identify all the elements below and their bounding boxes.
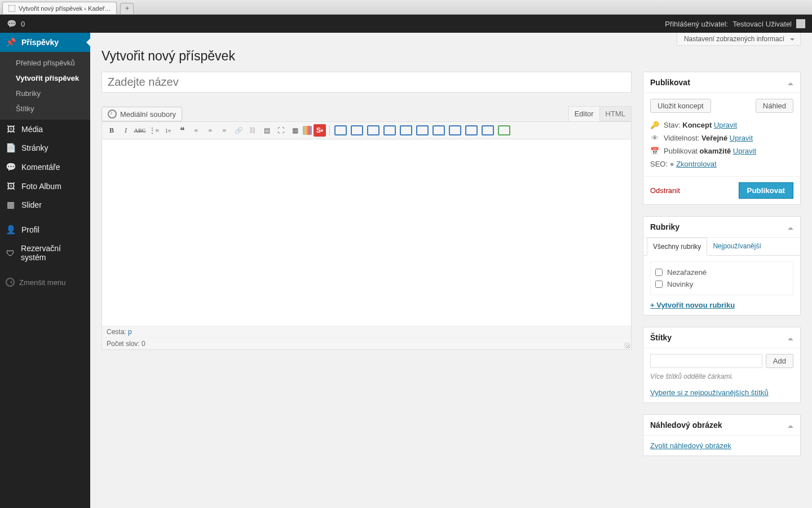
layout-7-button[interactable] [433, 125, 445, 135]
sidebar-item-profile[interactable]: 👤Profil [0, 220, 90, 239]
bold-button[interactable]: B [105, 124, 118, 137]
admin-bar: 0 Přihlášený uživatel: Testovací Uživate… [0, 15, 812, 33]
sidebar-item-slider[interactable]: ▦Slider [0, 195, 90, 214]
italic-button[interactable]: I [120, 124, 132, 137]
layout-4-button[interactable] [383, 125, 396, 135]
columns-button[interactable] [303, 126, 312, 135]
seo-label: SEO: [650, 160, 670, 168]
edit-visibility-link[interactable]: Upravit [730, 134, 753, 142]
numbered-list-button[interactable]: 1≡ [162, 124, 174, 137]
add-media-button[interactable]: Mediální soubory [102, 107, 182, 121]
screen-options-toggle[interactable]: Nastavení zobrazených informací [677, 33, 801, 46]
sidebar-item-photo-album[interactable]: 🖼Foto Album [0, 177, 90, 195]
strikethrough-button[interactable]: ABC [134, 124, 146, 137]
categories-tab-popular[interactable]: Nejpoužívanější [707, 238, 766, 255]
align-right-button[interactable]: ≡ [218, 124, 231, 137]
align-left-button[interactable]: ≡ [190, 124, 202, 137]
category-checkbox[interactable] [655, 269, 663, 276]
featured-image-box: Náhledový obrázek Zvolit náhledový obráz… [643, 414, 801, 456]
category-item[interactable]: Novinky [655, 278, 788, 290]
editor-path-bar: Cesta: p [102, 326, 631, 338]
toggle-box-icon[interactable] [788, 335, 793, 340]
media-icon: 🖼 [6, 124, 16, 134]
save-draft-button[interactable]: Uložit koncept [650, 99, 711, 113]
sidebar-label: Komentáře [21, 163, 60, 172]
post-title-input[interactable] [102, 72, 632, 93]
layout-9-button[interactable] [465, 125, 478, 135]
toggle-box-icon[interactable] [788, 80, 793, 85]
layout-3-button[interactable] [367, 125, 379, 135]
edit-schedule-link[interactable]: Upravit [733, 147, 756, 155]
sidebar-item-comments[interactable]: 💬Komentáře [0, 157, 90, 177]
link-button[interactable]: 🔗 [232, 124, 245, 137]
add-tag-button[interactable]: Add [766, 354, 793, 368]
comments-bubble-icon[interactable] [7, 19, 16, 28]
browser-tab[interactable]: Vytvořit nový příspěvek ‹ Kadeř… [2, 2, 117, 14]
toggle-box-icon[interactable] [788, 422, 793, 428]
path-value[interactable]: p [128, 328, 132, 336]
category-checklist: Nezařazené Novinky [650, 261, 793, 295]
calendar-icon: 📅 [650, 147, 659, 155]
edit-status-link[interactable]: Upravit [714, 121, 737, 129]
seo-dot-icon: ● [670, 160, 674, 168]
media-library-icon [108, 110, 117, 119]
submenu-tags[interactable]: Štítky [0, 101, 90, 116]
sidebar-item-reservation[interactable]: 🛡Rezervační systém [0, 239, 90, 266]
align-center-button[interactable]: ≡ [204, 124, 217, 137]
choose-popular-tags-link[interactable]: Vyberte si z nejpoužívanějších štítků [650, 388, 769, 397]
publish-button[interactable]: Publikovat [739, 182, 793, 199]
browser-tab-strip: Vytvořit nový příspěvek ‹ Kadeř… + [0, 0, 812, 15]
sidebar-item-pages[interactable]: 📄Stránky [0, 138, 90, 157]
blockquote-button[interactable]: ❝ [176, 124, 188, 137]
layout-8-button[interactable] [449, 125, 461, 135]
layout-6-button[interactable] [416, 125, 429, 135]
unlink-button[interactable]: ⛓ [246, 124, 259, 137]
tab-text[interactable]: HTML [600, 106, 632, 121]
submenu-new-post[interactable]: Vytvořit příspěvek [0, 71, 90, 86]
category-checkbox[interactable] [655, 281, 663, 288]
tags-box: Štítky Add Více štítků oddělte čárkami. … [643, 327, 801, 403]
sidebar-label: Foto Album [21, 182, 61, 191]
featured-image-box-title: Náhledový obrázek [650, 421, 722, 430]
publish-box: Publikovat Uložit koncept Náhled 🔑 Stav:… [643, 72, 801, 205]
submenu-categories[interactable]: Rubriky [0, 86, 90, 101]
categories-tab-all[interactable]: Všechny rubriky [647, 238, 707, 256]
browser-tab-title: Vytvořit nový příspěvek ‹ Kadeř… [19, 5, 111, 12]
user-display-name: Testovací Uživatel [732, 20, 792, 28]
bullet-list-button[interactable]: ⋮≡ [148, 124, 160, 137]
shortcode-button[interactable]: S▾ [314, 124, 326, 137]
category-label: Nezařazené [667, 268, 707, 277]
layout-green-button[interactable] [498, 125, 510, 135]
move-to-trash-link[interactable]: Odstranit [650, 186, 680, 195]
sidebar-label: Média [21, 125, 43, 134]
collapse-menu[interactable]: Zmenšit menu [0, 272, 90, 292]
media-button-label: Mediální soubory [120, 110, 176, 119]
avatar-icon [796, 19, 805, 28]
account-menu[interactable]: Přihlášený uživatel: Testovací Uživatel [665, 19, 805, 28]
preview-button[interactable]: Náhled [756, 99, 793, 113]
submenu-all-posts[interactable]: Přehled příspěvků [0, 55, 90, 71]
wordcount-label: Počet slov: [107, 340, 142, 348]
tab-visual[interactable]: Editor [568, 106, 600, 121]
layout-5-button[interactable] [400, 125, 412, 135]
insert-more-button[interactable]: ▤ [261, 124, 273, 137]
toggle-box-icon[interactable] [788, 224, 793, 230]
new-tab-button[interactable]: + [120, 3, 134, 14]
schedule-label: Publikovat [664, 147, 700, 155]
sidebar-item-posts[interactable]: 📌 Příspěvky [0, 33, 90, 52]
category-item[interactable]: Nezařazené [655, 266, 788, 278]
fullscreen-button[interactable]: ⛶ [275, 124, 287, 137]
layout-1-button[interactable] [334, 125, 347, 135]
logged-in-label: Přihlášený uživatel: [665, 20, 728, 28]
seo-check-link[interactable]: Zkontrolovat [676, 160, 717, 168]
layout-10-button[interactable] [482, 125, 494, 135]
new-tag-input[interactable] [650, 354, 762, 368]
kitchen-sink-button[interactable]: ▦ [289, 124, 301, 137]
sidebar-label: Stránky [21, 143, 48, 152]
sidebar-item-media[interactable]: 🖼Média [0, 120, 90, 138]
layout-2-button[interactable] [351, 125, 363, 135]
editor-canvas[interactable] [102, 139, 631, 326]
set-featured-image-link[interactable]: Zvolit náhledový obrázek [650, 441, 731, 450]
add-new-category-link[interactable]: + Vytvořit novou rubriku [650, 301, 735, 309]
posts-submenu: Přehled příspěvků Vytvořit příspěvek Rub… [0, 52, 90, 120]
